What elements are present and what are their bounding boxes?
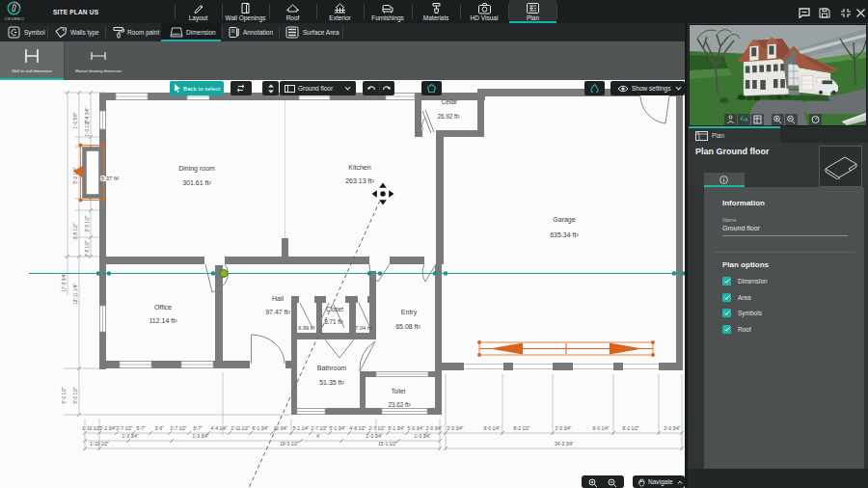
svg-text:1'-3 3/4": 1'-3 3/4" [122,434,139,439]
svg-text:97.47 ft²: 97.47 ft² [265,309,290,315]
svg-text:2'-0 3/4": 2'-0 3/4" [556,426,572,431]
svg-text:2'-7 1/2": 2'-7 1/2" [171,426,187,431]
svg-text:5'-7": 5'-7" [193,426,203,431]
svg-text:Dining room: Dining room [178,165,215,173]
svg-text:8'-2 1/2": 8'-2 1/2" [623,426,639,431]
svg-text:2'-5 1/2": 2'-5 1/2" [85,215,90,231]
svg-text:263.13 ft²: 263.13 ft² [345,177,374,184]
svg-text:1'-10 1/2": 1'-10 1/2" [82,426,101,431]
svg-text:301.61 ft²: 301.61 ft² [182,179,211,186]
svg-text:5'-1 3/4": 5'-1 3/4" [330,426,346,431]
svg-text:2'-0 3/4": 2'-0 3/4" [448,426,464,431]
svg-text:Kitchen: Kitchen [348,164,370,171]
svg-text:23.62 ft²: 23.62 ft² [388,401,410,408]
svg-text:5'-1 3/4": 5'-1 3/4" [389,426,405,431]
svg-text:5'-0 1/2": 5'-0 1/2" [73,387,78,403]
svg-text:635.34 ft²: 635.34 ft² [550,231,579,238]
svg-text:2'-7 1/2": 2'-7 1/2" [117,426,133,431]
svg-text:51.35 ft²: 51.35 ft² [319,379,344,386]
svg-text:1'-3 3/4": 1'-3 3/4" [415,434,431,439]
svg-text:3'-8 1/2": 3'-8 1/2" [73,223,78,239]
svg-text:5'-7": 5'-7" [136,426,146,431]
svg-text:Cellar: Cellar [442,98,457,105]
svg-text:2'-0 3/4": 2'-0 3/4" [426,426,443,431]
svg-text:4'-4 1/4": 4'-4 1/4" [211,426,228,431]
svg-text:65.08 ft²: 65.08 ft² [395,323,420,330]
svg-text:1'-3 3/4": 1'-3 3/4" [366,434,383,439]
svg-text:5'-0 1/2": 5'-0 1/2" [62,387,67,403]
svg-text:4': 4' [316,434,320,439]
svg-text:2'-0 3/4": 2'-0 3/4" [665,426,681,431]
svg-text:19'-3 1/2": 19'-3 1/2" [280,442,299,447]
svg-text:8.71 ft²: 8.71 ft² [324,318,343,325]
svg-text:17'-3 3/4": 17'-3 3/4" [62,273,67,292]
svg-text:2'-7 1/2": 2'-7 1/2" [369,426,386,431]
svg-text:Closet: Closet [326,306,343,312]
svg-text:Bathroom: Bathroom [317,365,347,371]
svg-text:Entry: Entry [401,309,418,316]
svg-text:1'-10 1/2": 1'-10 1/2" [90,442,109,447]
svg-text:1'-3 3/4": 1'-3 3/4" [193,434,209,439]
svg-text:1'-0 5/8": 1'-0 5/8" [73,112,78,128]
svg-text:12'-11 1/4": 12'-11 1/4" [73,284,78,305]
svg-text:24'-2 3/4": 24'-2 3/4" [555,442,574,447]
svg-text:2'-2 3/4": 2'-2 3/4" [100,426,117,431]
svg-text:Garage: Garage [553,216,575,224]
svg-text:6.99 ft²: 6.99 ft² [298,325,315,331]
svg-text:Toilet: Toilet [392,388,406,394]
svg-text:Office: Office [154,304,172,311]
svg-text:112.14 ft²: 112.14 ft² [149,317,177,324]
svg-text:9'-0 1/4": 9'-0 1/4" [593,426,610,431]
svg-text:6'-1 3/4": 6'-1 3/4" [253,426,269,431]
svg-text:8'-2 1/2": 8'-2 1/2" [514,426,530,431]
svg-text:2'-11 1/2": 2'-11 1/2" [231,426,249,431]
svg-text:9'-0 1/4": 9'-0 1/4" [484,426,501,431]
svg-text:3'-6": 3'-6" [154,426,164,431]
svg-text:15'-1 1/2": 15'-1 1/2" [378,442,397,447]
svg-text:3'-8 1/2": 3'-8 1/2" [85,240,90,257]
svg-text:5'-0 3/4": 5'-0 3/4" [408,426,424,431]
svg-text:5.37 ft²: 5.37 ft² [101,176,120,181]
svg-text:26.92 ft²: 26.92 ft² [437,113,459,120]
svg-text:7.04 ft²: 7.04 ft² [355,325,372,331]
svg-text:Hall: Hall [272,295,285,302]
svg-text:1'-0 1/2": 1'-0 1/2" [85,120,90,136]
svg-text:5'-1 1/4": 5'-1 1/4" [293,426,310,431]
svg-text:2'-7 1/2": 2'-7 1/2" [312,426,328,431]
svg-text:4'-8 1/2": 4'-8 1/2" [350,426,366,431]
